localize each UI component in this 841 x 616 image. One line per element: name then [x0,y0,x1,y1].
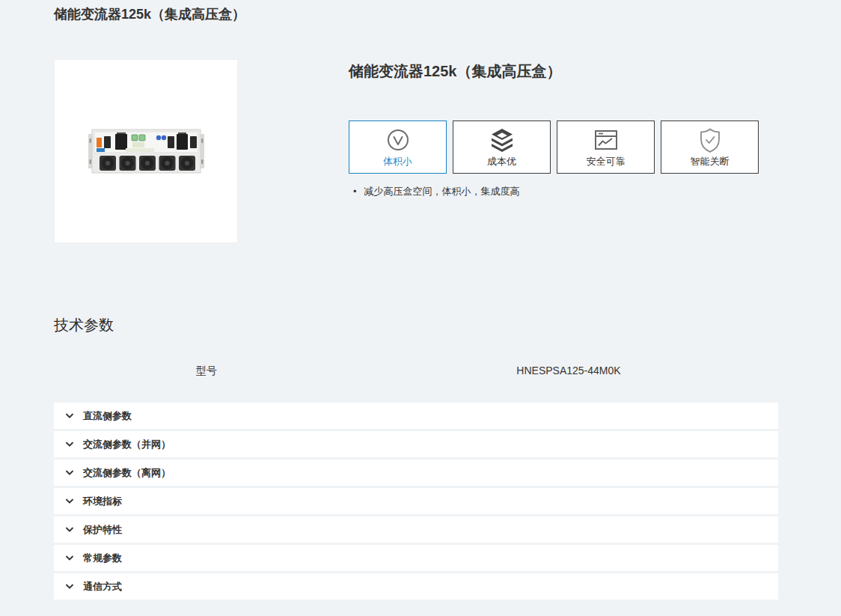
bullet-icon: • [353,185,357,198]
product-title: 储能变流器125k（集成高压盒） [349,61,759,81]
spec-group-row-ac-grid[interactable]: 交流侧参数（并网） [54,431,778,457]
product-detail-page: 储能变流器125k（集成高压盒） [0,0,841,600]
tech-specs-title: 技术参数 [54,314,841,335]
spec-group-label: 交流侧参数（并网） [83,438,171,451]
feature-tile-label: 智能关断 [691,156,730,167]
monitor-chart-icon [593,127,619,153]
chevron-down-icon [66,413,73,418]
spec-group-label: 常规参数 [83,552,122,565]
product-image-box [54,59,238,243]
feature-tile-shutdown[interactable]: 智能关断 [661,121,759,174]
feature-tile-volume[interactable]: 体积小 [349,121,447,174]
shield-check-icon [699,127,721,153]
spec-group-label: 直流侧参数 [83,409,132,423]
chevron-down-icon [66,555,73,561]
feature-tile-cost[interactable]: 成本优 [453,121,551,174]
product-info-column: 储能变流器125k（集成高压盒） 体积小 [349,59,759,243]
product-image [88,128,204,174]
model-label: 型号 [54,363,359,378]
spec-group-row-communication[interactable]: 通信方式 [54,573,778,600]
chevron-down-icon [66,470,73,475]
spec-group-row-ac-offgrid[interactable]: 交流侧参数（离网） [54,460,778,486]
chevron-down-icon [66,442,73,447]
model-value: HNESPSA125-44M0K [359,363,778,378]
model-header-row: 型号 HNESPSA125-44M0K [54,363,778,378]
product-highlight: • 减少高压盒空间，体积小，集成度高 [349,185,759,198]
feature-tile-label: 成本优 [487,156,516,167]
spec-group-row-general[interactable]: 常规参数 [54,545,778,571]
spec-group-row-protection[interactable]: 保护特性 [54,516,778,543]
chevron-down-icon [66,584,73,589]
spec-group-label: 交流侧参数（离网） [83,466,171,480]
page-title: 储能变流器125k（集成高压盒） [54,4,841,24]
spec-group-label: 通信方式 [83,580,122,594]
spec-group-row-dc[interactable]: 直流侧参数 [54,403,778,429]
product-highlight-text: 减少高压盒空间，体积小，集成度高 [364,185,520,198]
spec-group-row-environment[interactable]: 环境指标 [54,488,778,514]
chevron-down-icon [66,498,73,504]
spec-groups-accordion: 直流侧参数 交流侧参数（并网） 交流侧参数（离网） 环境指标 保护特性 [54,403,778,600]
spec-group-label: 保护特性 [83,523,122,537]
volume-circle-v-icon [386,127,410,153]
spec-group-label: 环境指标 [83,495,122,508]
chevron-down-icon [66,527,73,532]
product-overview-section: 储能变流器125k（集成高压盒） 体积小 [54,59,841,243]
feature-tile-label: 体积小 [383,156,412,167]
feature-tile-label: 安全可靠 [587,156,626,167]
feature-tiles: 体积小 成本优 [349,121,759,174]
layers-icon [489,127,515,153]
feature-tile-safety[interactable]: 安全可靠 [557,121,655,174]
